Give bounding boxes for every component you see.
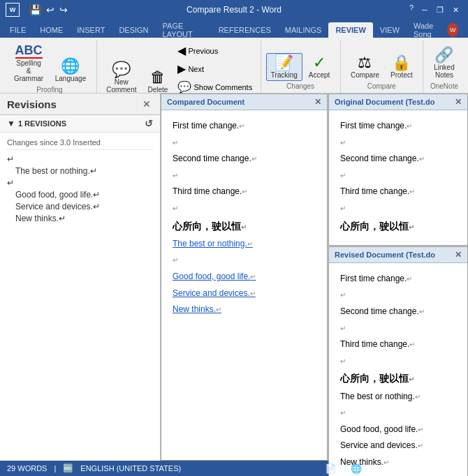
new-comment-icon: 💬	[112, 62, 131, 77]
zoom-out-btn[interactable]: ─	[367, 464, 373, 473]
previous-comment-btn[interactable]: ◀ Previous	[174, 42, 256, 59]
next-comment-btn[interactable]: ▶ Next	[174, 60, 256, 77]
list-item[interactable]: The best or nothing.↵	[173, 237, 316, 252]
tracking-btn[interactable]: 📝 Tracking	[266, 53, 302, 81]
compared-document-pane: Compared Document ✕ First time change.↵ …	[161, 94, 328, 461]
list-item: Second time change.↵	[340, 304, 456, 320]
tab-file[interactable]: FILE	[3, 22, 33, 38]
web-view-icon[interactable]: 🌐	[351, 463, 362, 474]
list-item: Good food, good life.↵	[15, 190, 153, 200]
window-controls: ? ─ ❐ ✕	[407, 3, 462, 16]
revisions-collapse-btn[interactable]: ✕	[140, 98, 153, 110]
protect-btn[interactable]: 🔒 Protect	[386, 53, 418, 81]
show-comments-label: Show Comments	[193, 83, 252, 91]
revisions-count-bar: ▼ 1 REVISIONS ↺	[0, 115, 160, 133]
zoom-level: 100%	[441, 464, 461, 473]
tab-mailings[interactable]: MAILINGS	[278, 22, 329, 38]
language-icon: 🔤	[63, 463, 73, 473]
list-item: First time change.↵	[173, 119, 316, 134]
list-item: ↵	[340, 288, 456, 303]
statusbar-separator: |	[54, 464, 56, 473]
list-item: The best or nothing.↵	[15, 166, 153, 176]
protect-icon: 🔒	[392, 55, 411, 70]
view-icons: 📄 🖹 🌐	[325, 463, 362, 474]
compared-doc-content[interactable]: First time change.↵ ↵ Second time change…	[161, 110, 327, 460]
list-item[interactable]: Service and devices.↵	[173, 286, 316, 302]
read-view-icon[interactable]: 📄	[325, 463, 336, 474]
list-item: 心所向，驶以恒↵	[340, 370, 456, 387]
tab-view[interactable]: VIEW	[373, 22, 407, 38]
revised-doc-title: Revised Document (Test.do	[335, 251, 435, 259]
compare-label: Compare	[351, 71, 379, 79]
language-btn[interactable]: 🌐 Language	[50, 57, 91, 84]
restore-btn[interactable]: ❐	[433, 3, 447, 16]
save-quick-btn[interactable]: 💾	[28, 4, 43, 15]
title-bar: W 💾 ↩ ↪ Compare Result 2 - Word ? ─ ❐ ✕	[0, 0, 468, 20]
ribbon-tab-bar: FILE HOME INSERT DESIGN PAGE LAYOUT REFE…	[0, 20, 468, 38]
tab-insert[interactable]: INSERT	[70, 22, 112, 38]
list-item: 心所向，驶以恒↵	[173, 218, 316, 235]
list-item: ↵	[173, 135, 316, 151]
zoom-slider[interactable]	[375, 467, 431, 470]
delete-comment-icon: 🗑	[150, 70, 166, 85]
redo-quick-btn[interactable]: ↪	[58, 4, 69, 15]
list-item: ↵	[340, 321, 456, 336]
tab-home[interactable]: HOME	[33, 22, 70, 38]
delete-comment-label: Delete	[148, 86, 168, 94]
accept-btn[interactable]: ✓ Accept	[304, 53, 335, 81]
revisions-header-buttons: ✕	[140, 98, 153, 110]
list-item: Third time change.↵	[340, 337, 456, 352]
main-area: Revisions ✕ ▼ 1 REVISIONS ↺ Changes sinc…	[0, 94, 468, 461]
refresh-icon[interactable]: ↺	[145, 118, 153, 129]
tracking-icon: 📝	[275, 55, 293, 70]
compared-doc-close[interactable]: ✕	[314, 97, 321, 107]
list-item: ↵	[7, 154, 153, 164]
revised-doc-header: Revised Document (Test.do ✕	[329, 247, 467, 263]
help-btn[interactable]: ?	[407, 3, 416, 16]
list-item[interactable]: Good food, good life.↵	[173, 269, 316, 285]
spelling-grammar-btn[interactable]: ABC Spelling &Grammar	[8, 42, 49, 84]
zoom-in-btn[interactable]: +	[434, 464, 438, 473]
revised-doc-content[interactable]: First time change.↵ ↵ Second time change…	[329, 263, 467, 476]
revised-doc-close[interactable]: ✕	[455, 250, 462, 260]
delete-comment-btn[interactable]: 🗑 Delete	[143, 68, 173, 96]
minimize-btn[interactable]: ─	[418, 3, 432, 16]
new-comment-btn[interactable]: 💬 NewComment	[101, 60, 141, 96]
changes-group-label: Changes	[286, 82, 314, 91]
onenote-group-label: OneNote	[430, 82, 458, 91]
undo-quick-btn[interactable]: ↩	[45, 4, 56, 15]
titlebar-left: W 💾 ↩ ↪	[6, 3, 69, 17]
tab-review[interactable]: REVIEW	[328, 22, 372, 38]
list-item: ↵	[340, 135, 456, 151]
revised-document-pane: Revised Document (Test.do ✕ First time c…	[328, 246, 468, 476]
expand-icon[interactable]: ▼	[7, 119, 15, 128]
list-item[interactable]: New thinks.↵	[173, 302, 316, 318]
onenote-buttons: 🔗 LinkedNotes	[429, 42, 459, 81]
new-comment-label: NewComment	[106, 78, 136, 94]
linked-notes-btn[interactable]: 🔗 LinkedNotes	[429, 45, 459, 81]
compared-doc-header: Compared Document ✕	[161, 94, 327, 110]
revisions-count: 1 REVISIONS	[18, 119, 66, 128]
list-item: 心所向，驶以恒↵	[340, 218, 456, 235]
list-item: The best or nothing.↵	[340, 389, 456, 405]
tab-page-layout[interactable]: PAGE LAYOUT	[156, 22, 212, 38]
list-item: First time change.↵	[340, 119, 456, 134]
original-doc-close[interactable]: ✕	[455, 97, 462, 107]
language-label: Language	[55, 75, 87, 82]
original-doc-content[interactable]: First time change.↵ ↵ Second time change…	[329, 110, 467, 245]
print-view-icon[interactable]: 🖹	[339, 463, 348, 474]
close-btn[interactable]: ✕	[448, 3, 462, 16]
zoom-thumb	[405, 465, 412, 472]
list-item: ↵	[173, 253, 316, 268]
nav-comment-group: ◀ Previous ▶ Next 💬 Show Comments	[174, 42, 256, 96]
documents-area: Compared Document ✕ First time change.↵ …	[161, 94, 468, 461]
next-label: Next	[188, 65, 204, 73]
show-comments-icon: 💬	[177, 80, 191, 94]
tab-user[interactable]: Wade Song W	[407, 22, 465, 38]
compare-btn[interactable]: ⚖ Compare	[346, 53, 384, 81]
tab-references[interactable]: REFERENCES	[212, 22, 278, 38]
language-label: ENGLISH (UNITED STATES)	[80, 464, 181, 473]
compare-group-label: Compare	[367, 82, 396, 91]
original-doc-header: Original Document (Test.do ✕	[329, 94, 467, 110]
tab-design[interactable]: DESIGN	[112, 22, 155, 38]
